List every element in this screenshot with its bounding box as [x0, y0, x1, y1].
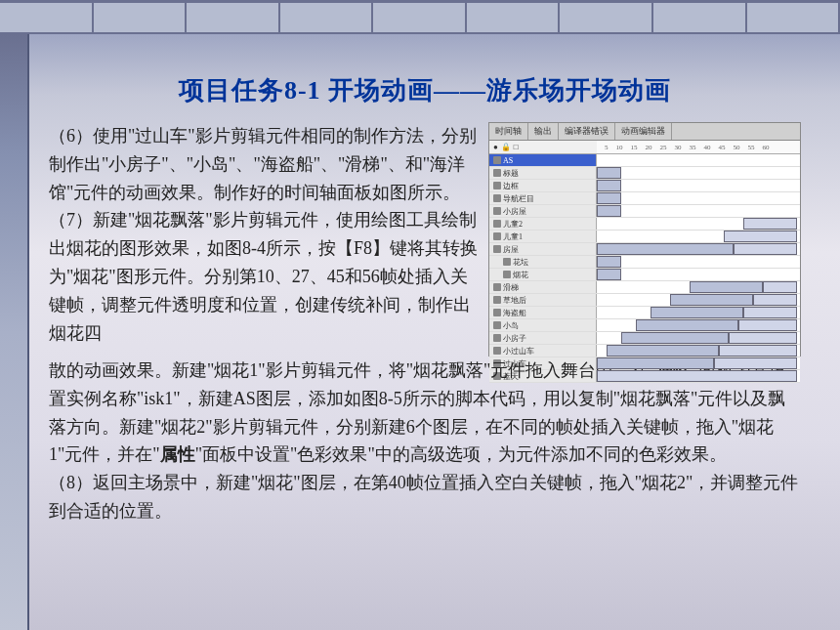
outline-icon: □	[514, 143, 519, 151]
frames-area	[597, 180, 800, 191]
paragraph-7a: （7）新建"烟花飘落"影片剪辑元件，使用绘图工具绘制出烟花的图形效果，如图8-4…	[49, 206, 479, 347]
frames-area	[597, 281, 800, 293]
frame-span	[743, 307, 797, 318]
layer-row: 烟花	[489, 269, 800, 281]
frame-span	[763, 281, 797, 293]
timeline-tab: 编译器错误	[559, 123, 615, 140]
text-column-left: （6）使用"过山车"影片剪辑元件相同的制作方法，分别制作出"小房子"、"小岛"、…	[49, 122, 479, 357]
layer-row: AS	[489, 154, 800, 167]
layer-name: 小岛	[489, 319, 597, 331]
layer-name: 小房屋	[489, 205, 597, 217]
frames-area	[597, 370, 800, 382]
frame-span	[597, 370, 797, 382]
frames-area	[597, 269, 800, 280]
layer-row: 花坛	[489, 256, 800, 269]
frames-area	[597, 243, 800, 255]
paragraph-6: （6）使用"过山车"影片剪辑元件相同的制作方法，分别制作出"小房子"、"小岛"、…	[49, 122, 479, 206]
frame-span	[714, 357, 797, 369]
frame-span	[597, 167, 621, 179]
frame-span	[743, 218, 797, 230]
layer-icon	[493, 156, 501, 164]
frames-area	[597, 154, 800, 166]
layer-name: 导航栏目	[489, 192, 597, 204]
layer-row: 儿童1	[489, 231, 800, 243]
layer-row: 小房子	[489, 332, 800, 345]
slide-content: 项目任务8-1 开场动画——游乐场开场动画 （6）使用"过山车"影片剪辑元件相同…	[0, 34, 840, 545]
frames-area	[597, 319, 800, 331]
layer-icon	[493, 220, 501, 228]
timeline-tab: 输出	[528, 123, 559, 140]
timeline-panel-screenshot: 时间轴输出编译器错误动画编辑器 ● 🔒 □ 510152025303540455…	[488, 122, 801, 357]
layer-icon	[493, 182, 501, 189]
layer-name: 海盗船	[489, 307, 597, 318]
frames-area	[597, 205, 800, 217]
frames-area	[597, 307, 800, 318]
layer-row: 小房屋	[489, 205, 800, 218]
layer-row: 标题	[489, 167, 800, 180]
layer-name: 滑梯	[489, 281, 597, 293]
layer-row: 小岛	[489, 319, 800, 332]
layer-row: 房屋	[489, 243, 800, 256]
frame-span	[753, 294, 797, 306]
frames-area	[597, 192, 800, 204]
frames-area	[597, 357, 800, 369]
slide-title: 项目任务8-1 开场动画——游乐场开场动画	[49, 73, 801, 107]
layer-icon	[493, 194, 501, 202]
frame-span	[724, 231, 797, 242]
timeline-tab: 时间轴	[489, 123, 528, 140]
layer-icon	[493, 232, 501, 240]
layer-row: 海盗船	[489, 307, 800, 319]
layer-row: 儿童2	[489, 218, 800, 231]
layer-name: 花坛	[489, 256, 597, 268]
layer-icon	[503, 271, 511, 278]
layer-name: AS	[489, 154, 597, 166]
frame-span	[597, 180, 621, 191]
frame-span	[651, 307, 743, 318]
layer-row: 导航栏目	[489, 192, 800, 205]
layer-name: 儿童2	[489, 218, 597, 230]
frames-area	[597, 345, 800, 357]
bold-attribute-2: 属性	[160, 444, 195, 464]
lock-icon: 🔒	[501, 143, 511, 151]
layer-icon	[493, 334, 501, 342]
layer-name: 草地后	[489, 294, 597, 306]
frame-span	[607, 345, 719, 357]
layer-row: 边框	[489, 180, 800, 192]
timeline-header: ● 🔒 □ 51015202530354045505560	[489, 141, 800, 154]
frames-area	[597, 332, 800, 344]
frame-span	[734, 243, 797, 255]
top-brick-border	[0, 0, 840, 34]
frame-span	[597, 205, 621, 217]
layer-name: 烟花	[489, 269, 597, 280]
frame-span	[597, 256, 621, 268]
paragraph-8: （8）返回主场景中，新建"烟花"图层，在第40帧位置插入空白关键帧，拖入"烟花2…	[49, 469, 801, 525]
layer-row: 滑梯	[489, 281, 800, 294]
frames-area	[597, 167, 800, 179]
layer-icon	[493, 296, 501, 304]
frames-area	[597, 256, 800, 268]
layer-name: 小房子	[489, 332, 597, 344]
frame-span	[670, 294, 753, 306]
frame-span	[729, 332, 797, 344]
layer-icon	[493, 309, 501, 316]
layer-icon	[493, 245, 501, 253]
frame-span	[621, 332, 729, 344]
frame-span	[690, 281, 763, 293]
layer-icon	[503, 258, 511, 266]
layer-icon	[493, 169, 501, 177]
layer-row: 草地后	[489, 294, 800, 307]
layer-icon	[493, 207, 501, 215]
layers-list: AS标题边框导航栏目小房屋儿童2儿童1房屋花坛烟花滑梯草地后海盗船小岛小房子小过…	[489, 154, 800, 383]
frame-span	[636, 319, 738, 331]
layer-icon	[493, 283, 501, 291]
layer-name: 房屋	[489, 243, 597, 255]
frame-span	[719, 345, 797, 357]
layer-name: 标题	[489, 167, 597, 179]
layer-name: 边框	[489, 180, 597, 191]
frame-ruler: 51015202530354045505560	[597, 141, 800, 153]
eye-icon: ●	[493, 143, 498, 151]
frames-area	[597, 231, 800, 242]
layer-name: 儿童1	[489, 231, 597, 242]
frame-span	[597, 269, 621, 280]
layer-icon	[493, 347, 501, 355]
